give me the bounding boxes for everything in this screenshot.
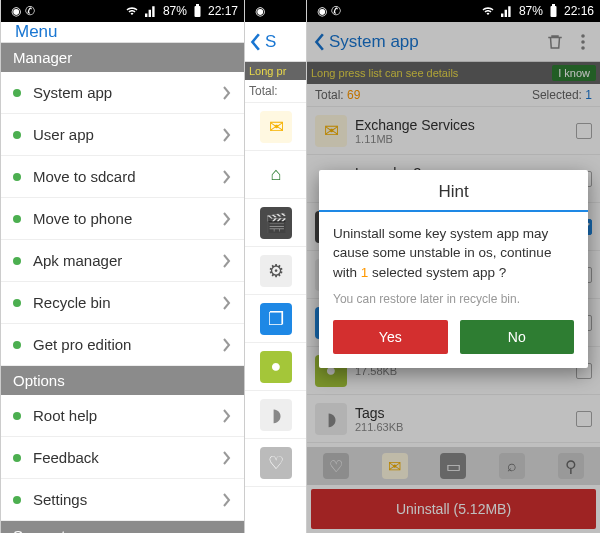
bullet-icon — [13, 89, 21, 97]
bullet-icon — [13, 454, 21, 462]
bullet-icon — [13, 215, 21, 223]
overflow-icon[interactable] — [572, 33, 594, 51]
menu-item-system-app[interactable]: System app — [1, 72, 244, 114]
menu-item-settings[interactable]: Settings — [1, 479, 244, 521]
dialog-yes-button[interactable]: Yes — [333, 320, 448, 354]
menu-item-recycle-bin[interactable]: Recycle bin — [1, 282, 244, 324]
list-item[interactable]: ✉Exchange Services1.11MB — [307, 107, 600, 155]
android-icon: ● — [260, 351, 292, 383]
clock: 22:16 — [564, 4, 594, 18]
menu-title: Menu — [1, 22, 244, 43]
dock-search-icon[interactable]: ⌕ — [499, 453, 525, 479]
status-bar: ◉ — [245, 0, 306, 22]
section-options: Options — [1, 366, 244, 395]
phone-icon: ✆ — [25, 4, 35, 18]
list-item[interactable]: ◗ — [245, 391, 306, 439]
app-icon: ✉ — [315, 115, 347, 147]
app-size: 1.11MB — [355, 133, 568, 145]
phone-icon: ✆ — [331, 4, 341, 18]
signal-icon — [145, 5, 157, 17]
battery-pct: 87% — [163, 4, 187, 18]
app-name: Tags — [355, 405, 568, 421]
app-icon-column: ✉⌂🎬⚙❐●◗♡ — [245, 103, 306, 487]
svg-point-6 — [581, 46, 585, 50]
total-label: Total: — [315, 88, 344, 102]
list-item[interactable]: ● — [245, 343, 306, 391]
bullet-icon — [13, 496, 21, 504]
i-know-button[interactable]: I know — [552, 65, 596, 81]
camera-icon: ◉ — [317, 4, 327, 18]
svg-rect-1 — [196, 4, 199, 6]
hint-text: Long press list can see details — [311, 67, 458, 79]
select-checkbox[interactable] — [576, 123, 592, 139]
bullet-icon — [13, 257, 21, 265]
svg-rect-3 — [552, 4, 555, 6]
uninstall-button[interactable]: Uninstall (5.12MB) — [311, 489, 596, 529]
trash-icon[interactable] — [542, 33, 568, 51]
select-checkbox[interactable] — [576, 411, 592, 427]
wifi-icon — [125, 5, 139, 17]
chevron-right-icon — [222, 212, 232, 226]
list-header: System app — [307, 22, 600, 62]
menu-item-user-app[interactable]: User app — [1, 114, 244, 156]
header-title-fragment: S — [265, 32, 276, 52]
dialog-subtext: You can restore later in recycle bin. — [319, 282, 588, 306]
chevron-right-icon — [222, 493, 232, 507]
list-item[interactable]: ◗Tags211.63KB — [307, 395, 600, 443]
applist-panel: ◉ ✆ 87% 22:16 System app Long press list… — [306, 0, 600, 533]
app-size: 211.63KB — [355, 421, 568, 433]
hint-bar: Long press list can see details I know — [307, 62, 600, 84]
dock-heart-icon[interactable]: ♡ — [323, 453, 349, 479]
menu-item-get-pro[interactable]: Get pro edition — [1, 324, 244, 366]
home-icon: ⌂ — [260, 159, 292, 191]
selected-label: Selected: — [532, 88, 582, 102]
list-item[interactable]: ❐ — [245, 295, 306, 343]
bullet-icon — [13, 341, 21, 349]
section-manager: Manager — [1, 43, 244, 72]
menu-item-move-phone[interactable]: Move to phone — [1, 198, 244, 240]
list-sliver-panel: ◉ S Long pr Total: ✉⌂🎬⚙❐●◗♡ — [244, 0, 306, 533]
menu-item-root-help[interactable]: Root help — [1, 395, 244, 437]
list-item[interactable]: ♡ — [245, 439, 306, 487]
bullet-icon — [13, 173, 21, 181]
menu-item-apk-manager[interactable]: Apk manager — [1, 240, 244, 282]
battery-icon — [549, 4, 558, 18]
heart-icon: ♡ — [260, 447, 292, 479]
dock-pin-icon[interactable]: ⚲ — [558, 453, 584, 479]
dock-bar: ♡ ✉ ▭ ⌕ ⚲ — [307, 447, 600, 485]
list-item[interactable]: ✉ — [245, 103, 306, 151]
back-icon[interactable] — [313, 33, 325, 51]
bullet-icon — [13, 299, 21, 307]
app-icon: ◗ — [315, 403, 347, 435]
page-title: System app — [329, 32, 538, 52]
menu-item-feedback[interactable]: Feedback — [1, 437, 244, 479]
svg-point-5 — [581, 40, 585, 44]
total-count: 69 — [347, 88, 360, 102]
dialog-no-button[interactable]: No — [460, 320, 575, 354]
chevron-right-icon — [222, 338, 232, 352]
chevron-right-icon — [222, 86, 232, 100]
selected-count: 1 — [585, 88, 592, 102]
svg-point-4 — [581, 34, 585, 38]
chevron-right-icon — [222, 409, 232, 423]
app-name: Exchange Services — [355, 117, 568, 133]
hint-dialog: Hint Uninstall some key system app may c… — [319, 170, 588, 368]
list-item[interactable]: ⌂ — [245, 151, 306, 199]
hint-bar-fragment: Long pr — [245, 62, 306, 80]
tag-icon: ◗ — [260, 399, 292, 431]
menu-item-move-sdcard[interactable]: Move to sdcard — [1, 156, 244, 198]
dock-gallery-icon[interactable]: ▭ — [440, 453, 466, 479]
back-icon[interactable] — [249, 33, 261, 51]
dock-mail-icon[interactable]: ✉ — [382, 453, 408, 479]
gear-icon: ⚙ — [260, 255, 292, 287]
list-item[interactable]: ⚙ — [245, 247, 306, 295]
list-item[interactable]: 🎬 — [245, 199, 306, 247]
menu-scroll: Manager System app User app Move to sdca… — [1, 43, 244, 533]
section-support: Support — [1, 521, 244, 533]
chevron-right-icon — [222, 451, 232, 465]
status-bar: ◉ ✆ 87% 22:17 — [1, 0, 244, 22]
total-label-fragment: Total: — [245, 80, 306, 103]
mail-icon: ✉ — [260, 111, 292, 143]
battery-pct: 87% — [519, 4, 543, 18]
camera-icon: ◉ — [11, 4, 21, 18]
